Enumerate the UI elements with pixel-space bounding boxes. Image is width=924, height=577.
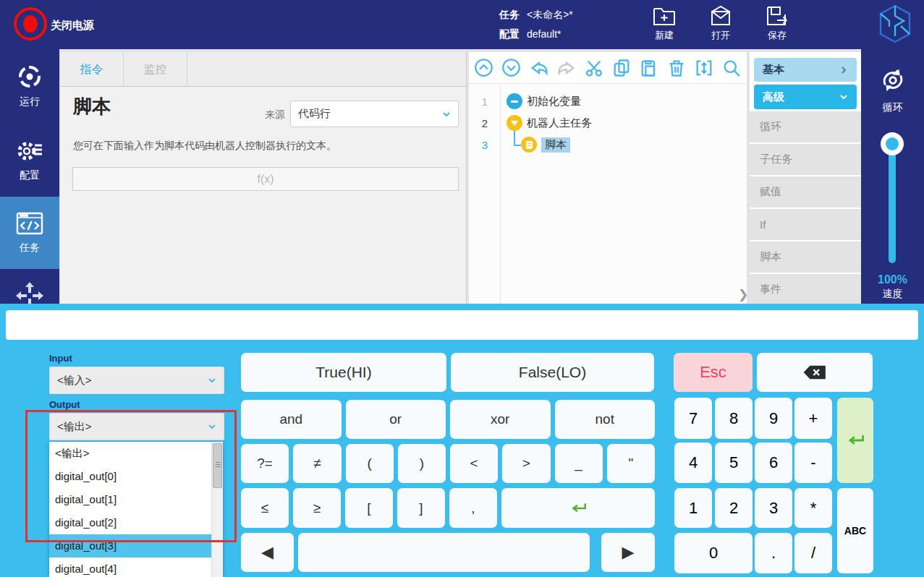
key-greater-than[interactable]: > (502, 444, 550, 483)
key-not[interactable]: not (555, 400, 656, 439)
cut-icon[interactable] (582, 56, 605, 79)
tree-row-script-selected[interactable]: 3 脚本 (469, 134, 747, 155)
sidebar-item-config-label: 配置 (20, 169, 40, 181)
key-9[interactable]: 9 (755, 398, 792, 439)
delete-icon[interactable] (665, 56, 687, 79)
key-backspace[interactable] (757, 353, 873, 392)
dropdown-option[interactable]: digital_out[1] (49, 488, 211, 511)
input-select[interactable]: <输入> (49, 367, 224, 394)
collapse-node-icon[interactable] (506, 115, 522, 131)
key-dot[interactable]: . (755, 533, 792, 573)
key-abc-mode[interactable]: ABC (837, 488, 873, 573)
tree-row-main-task[interactable]: 2 机器人主任务 (469, 112, 747, 134)
key-plus[interactable]: + (794, 398, 832, 439)
palette-item-subtask[interactable]: 子任务 (750, 144, 861, 176)
key-cursor-left[interactable]: ◀ (241, 533, 294, 572)
dropdown-scrollbar[interactable] (211, 442, 223, 577)
key-enter[interactable] (837, 398, 873, 483)
search-icon[interactable] (720, 56, 742, 79)
power-button[interactable] (14, 7, 47, 40)
speed-slider-track[interactable] (889, 142, 896, 263)
source-select[interactable]: 代码行 (290, 101, 459, 127)
paste-icon[interactable] (637, 56, 660, 79)
palette-group-advanced[interactable]: 高级 (754, 85, 857, 109)
key-bracket-open[interactable]: [ (345, 488, 393, 528)
key-0[interactable]: 0 (674, 533, 753, 573)
script-description: 您可在下面输入作为脚本代码由机器人控制器执行的文本。 (73, 140, 336, 153)
dropdown-option[interactable]: <输出> (49, 442, 211, 465)
run-icon (15, 62, 44, 91)
line-number: 1 (469, 95, 501, 108)
minus-node-icon[interactable] (506, 93, 522, 109)
palette-item-loop[interactable]: 循环 (750, 111, 861, 144)
key-minus[interactable]: - (794, 443, 832, 483)
key-false-lo[interactable]: False(LO) (451, 353, 654, 392)
save-task-button[interactable]: 保存 (755, 4, 799, 42)
key-1[interactable]: 1 (674, 488, 712, 528)
input-label: Input (49, 353, 72, 364)
dropdown-option[interactable]: digital_out[2] (49, 511, 211, 534)
key-5[interactable]: 5 (715, 443, 753, 483)
key-xor[interactable]: xor (450, 400, 551, 439)
sidebar-item-run[interactable]: 运行 (0, 56, 59, 113)
script-node-icon[interactable] (521, 137, 537, 153)
palette-item-event[interactable]: 事件 (750, 274, 861, 304)
key-7[interactable]: 7 (674, 398, 712, 439)
palette-group-basic[interactable]: 基本 (754, 58, 857, 82)
dropdown-option[interactable]: digital_out[0] (49, 465, 211, 488)
sidebar-item-task-active[interactable]: 任务 (0, 197, 59, 269)
palette-item-if[interactable]: If (750, 209, 861, 242)
key-6[interactable]: 6 (755, 443, 792, 483)
key-true-hi[interactable]: True(HI) (241, 353, 446, 392)
open-task-button[interactable]: 打开 (699, 4, 742, 42)
tab-monitor[interactable]: 监控 (124, 52, 187, 86)
key-quote[interactable]: " (607, 444, 655, 483)
key-greater-equal[interactable]: ≥ (293, 488, 341, 528)
dropdown-option-highlighted[interactable]: digital_out[3] (49, 534, 211, 557)
palette-item-script[interactable]: 脚本 (750, 242, 861, 274)
new-task-button[interactable]: 新建 (643, 4, 686, 42)
key-4[interactable]: 4 (674, 443, 712, 483)
speed-slider-handle[interactable] (881, 132, 904, 155)
key-8[interactable]: 8 (715, 398, 753, 439)
key-2[interactable]: 2 (715, 488, 753, 528)
collapse-up-icon[interactable] (472, 56, 495, 79)
key-bracket-close[interactable]: ] (397, 488, 445, 528)
output-select[interactable]: <输出> (49, 413, 224, 440)
panel-expand-chevron[interactable]: ❯ (738, 287, 748, 302)
key-underscore[interactable]: _ (555, 444, 603, 483)
fit-height-icon[interactable] (692, 56, 715, 79)
key-less-than[interactable]: < (450, 444, 498, 483)
key-not-equal[interactable]: ≠ (293, 444, 341, 483)
dropdown-option[interactable]: digital_out[4] (49, 557, 211, 577)
key-or[interactable]: or (346, 400, 446, 439)
loop-mode-button[interactable]: 循环 (861, 65, 924, 114)
palette-item-assignment[interactable]: 赋值 (750, 176, 861, 209)
redo-icon[interactable] (555, 56, 577, 79)
key-asterisk[interactable]: * (794, 488, 832, 528)
undo-icon[interactable] (527, 56, 550, 79)
tree-row-init-vars[interactable]: 1 初始化变量 (469, 90, 747, 112)
key-question-equals[interactable]: ?= (241, 444, 289, 483)
key-cursor-right[interactable]: ▶ (601, 533, 655, 572)
config-value: default* (527, 28, 561, 40)
sidebar-item-config[interactable]: 配置 (0, 130, 59, 187)
key-less-equal[interactable]: ≤ (241, 488, 289, 528)
key-esc[interactable]: Esc (674, 353, 753, 392)
key-space[interactable] (298, 533, 590, 572)
expand-down-icon[interactable] (500, 56, 522, 79)
key-comma[interactable]: , (449, 488, 497, 528)
keyboard-text-input[interactable] (6, 310, 918, 340)
page-title: 脚本 (73, 94, 111, 119)
copy-icon[interactable] (610, 56, 632, 79)
key-slash[interactable]: / (794, 533, 832, 573)
key-and[interactable]: and (241, 400, 342, 439)
key-paren-close[interactable]: ) (398, 444, 446, 483)
speed-label: 速度 (861, 288, 924, 301)
scrollbar-thumb[interactable] (213, 443, 222, 488)
key-3[interactable]: 3 (755, 488, 792, 528)
key-enter-wide[interactable] (501, 488, 655, 528)
key-paren-open[interactable]: ( (346, 444, 394, 483)
expression-input[interactable] (72, 167, 459, 191)
tab-instruction[interactable]: 指令 (60, 52, 124, 86)
